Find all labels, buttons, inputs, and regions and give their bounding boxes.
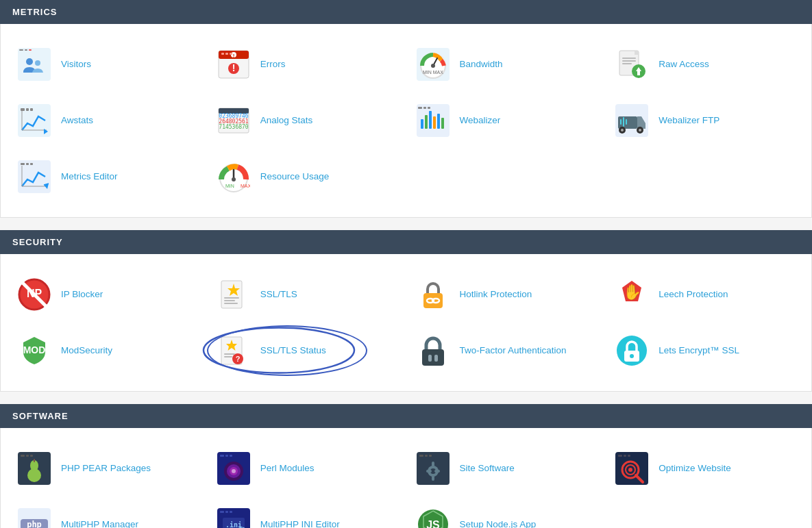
ssl-tls-item[interactable]: SSL/TLS <box>207 266 406 323</box>
svg-point-55 <box>639 129 641 131</box>
webalizer-item[interactable]: Webalizer <box>406 92 606 149</box>
svg-text:!: ! <box>232 53 234 59</box>
errors-label: Errors <box>260 58 286 71</box>
raw-access-label: Raw Access <box>659 58 709 71</box>
svg-rect-57 <box>623 117 624 127</box>
multiphp-manager-item[interactable]: php MultiPHP Manager <box>8 496 207 528</box>
software-body: PHP PEAR Packages <box>0 428 812 528</box>
optimize-website-icon <box>612 449 652 488</box>
svg-point-5 <box>35 60 40 66</box>
lets-encrypt-icon <box>612 331 652 370</box>
svg-text:.ini: .ini <box>225 521 242 528</box>
leech-protection-label: Leech Protection <box>659 288 728 301</box>
svg-rect-110 <box>230 455 232 457</box>
svg-rect-59 <box>18 160 51 193</box>
metrics-header: METRICS <box>0 0 812 24</box>
perl-modules-item[interactable]: Perl Modules <box>207 440 406 496</box>
ip-blocker-icon: NP <box>14 275 54 314</box>
svg-rect-23 <box>622 60 636 62</box>
svg-rect-127 <box>624 455 626 457</box>
php-pear-icon <box>14 449 54 488</box>
leech-protection-item[interactable]: ✋ Leech Protection <box>605 266 804 323</box>
svg-text:?: ? <box>235 355 240 363</box>
svg-point-99 <box>630 354 634 358</box>
svg-rect-42 <box>428 107 430 109</box>
two-factor-auth-item[interactable]: Two-Factor Authentication <box>406 323 606 379</box>
bandwidth-label: Bandwidth <box>460 58 503 71</box>
svg-rect-47 <box>437 114 440 129</box>
webalizer-label: Webalizer <box>460 114 501 127</box>
svg-rect-123 <box>426 470 432 473</box>
multiphp-manager-label: MultiPHP Manager <box>61 518 138 528</box>
bandwidth-icon: MIN MAX <box>413 45 453 84</box>
ssl-tls-status-icon: ? <box>214 331 254 370</box>
hotlink-protection-label: Hotlink Protection <box>460 288 532 301</box>
hotlink-protection-item[interactable]: Hotlink Protection <box>406 266 606 323</box>
svg-rect-13 <box>225 53 228 55</box>
metrics-body: Visitors ! ! Er <box>0 24 812 218</box>
svg-rect-43 <box>421 119 423 129</box>
svg-rect-14 <box>230 53 232 55</box>
lets-encrypt-item[interactable]: Lets Encrypt™ SSL <box>605 323 804 379</box>
svg-rect-56 <box>620 119 622 125</box>
ip-blocker-label: IP Blocker <box>61 288 103 301</box>
bandwidth-item[interactable]: MIN MAX Bandwidth <box>406 36 606 92</box>
raw-access-icon <box>612 45 652 84</box>
resource-usage-item[interactable]: MIN MAX Resource Usage <box>207 149 406 205</box>
svg-rect-21 <box>635 51 639 55</box>
svg-text:MIN MAX: MIN MAX <box>423 70 443 75</box>
svg-rect-126 <box>618 455 622 457</box>
svg-rect-109 <box>225 455 228 457</box>
svg-rect-58 <box>626 119 627 125</box>
lets-encrypt-label: Lets Encrypt™ SSL <box>659 344 739 357</box>
software-grid: PHP PEAR Packages <box>1 435 811 528</box>
awstats-item[interactable]: Awstats <box>8 92 207 149</box>
svg-point-114 <box>232 469 236 473</box>
metrics-editor-item[interactable]: Metrics Editor <box>8 149 207 205</box>
awstats-icon <box>14 101 54 140</box>
webalizer-ftp-item[interactable]: Webalizer FTP <box>605 92 804 149</box>
svg-rect-95 <box>428 355 432 362</box>
ssl-tls-icon <box>214 275 254 314</box>
svg-rect-45 <box>429 111 432 129</box>
svg-text:php: php <box>27 520 42 528</box>
webalizer-icon <box>413 101 453 140</box>
analog-stats-icon: 023689746 264802561 714536870 <box>214 101 254 140</box>
security-header: SECURITY <box>0 230 812 254</box>
hotlink-protection-icon <box>413 275 453 314</box>
php-pear-item[interactable]: PHP PEAR Packages <box>8 440 207 496</box>
raw-access-item[interactable]: Raw Access <box>605 36 804 92</box>
svg-text:MIN: MIN <box>225 184 234 188</box>
ip-blocker-item[interactable]: NP IP Blocker <box>8 266 207 323</box>
svg-rect-78 <box>224 297 239 299</box>
svg-rect-94 <box>422 349 444 366</box>
multiphp-ini-editor-label: MultiPHP INI Editor <box>260 518 340 528</box>
errors-item[interactable]: ! ! Errors <box>207 36 406 92</box>
optimize-website-item[interactable]: Optimize Website <box>605 440 804 496</box>
modsecurity-item[interactable]: MOD ModSecurity <box>8 323 207 379</box>
analog-stats-item[interactable]: 023689746 264802561 714536870 Analog Sta… <box>207 92 406 149</box>
metrics-editor-label: Metrics Editor <box>61 171 118 183</box>
svg-rect-30 <box>30 108 33 111</box>
svg-rect-137 <box>220 511 224 513</box>
resource-usage-icon: MIN MAX <box>214 157 254 197</box>
setup-nodejs-item[interactable]: JS Setup Node.js App <box>406 496 606 528</box>
svg-rect-102 <box>26 455 29 457</box>
webalizer-ftp-label: Webalizer FTP <box>659 114 719 127</box>
visitors-icon <box>14 45 54 84</box>
svg-rect-101 <box>21 455 25 457</box>
svg-rect-138 <box>225 511 228 513</box>
svg-rect-62 <box>30 163 33 165</box>
svg-rect-12 <box>221 53 224 55</box>
perl-modules-icon <box>214 449 254 488</box>
site-software-item[interactable]: Site Software <box>406 440 606 496</box>
svg-rect-122 <box>432 475 434 481</box>
setup-nodejs-icon: JS <box>413 505 453 528</box>
visitors-item[interactable]: Visitors <box>8 36 207 92</box>
ssl-tls-status-label: SSL/TLS Status <box>260 344 326 357</box>
multiphp-ini-editor-item[interactable]: .ini MultiPHP INI Editor <box>207 496 406 528</box>
ssl-tls-status-item[interactable]: ? SSL/TLS Status <box>207 323 406 379</box>
metrics-section: METRICS Visi <box>0 0 812 218</box>
multiphp-ini-editor-icon: .ini <box>214 505 254 528</box>
php-pear-label: PHP PEAR Packages <box>61 462 151 475</box>
